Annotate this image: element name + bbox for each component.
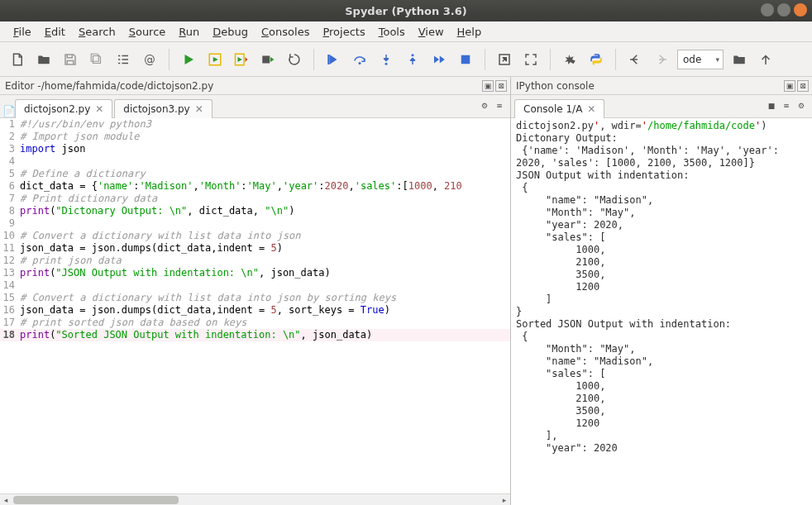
svg-point-5 [359, 62, 361, 64]
editor-tab[interactable]: dictojson2.py✕ [15, 99, 112, 118]
pane-close-icon[interactable]: ⊠ [495, 80, 507, 92]
working-dir-combo[interactable]: ode [677, 50, 724, 69]
run-cell-advance-button[interactable] [231, 49, 252, 70]
code-line[interactable]: 11json_data = json.dumps(dict_data,inden… [0, 242, 510, 255]
console-options-icon[interactable]: ≡ [781, 100, 792, 112]
console-gear-icon[interactable]: ⚙ [795, 100, 807, 112]
menu-debug[interactable]: Debug [208, 24, 253, 40]
at-icon[interactable]: @ [139, 49, 160, 70]
code-editor[interactable]: 1#!/usr/bin/env python32# Import json mo… [0, 118, 510, 493]
maximize-button[interactable] [777, 3, 791, 17]
editor-tab[interactable]: dictojson3.py✕ [114, 99, 212, 118]
run-button[interactable] [178, 49, 199, 70]
console-line: 1200 [516, 417, 807, 430]
minimize-button[interactable] [761, 3, 774, 17]
menu-help[interactable]: Help [452, 24, 487, 40]
run-selection-button[interactable] [257, 49, 279, 70]
console-line: Dictonary Output: [516, 132, 807, 145]
continue-button[interactable] [428, 49, 450, 70]
menu-projects[interactable]: Projects [318, 24, 370, 40]
line-number: 13 [0, 267, 20, 279]
code-line[interactable]: 18print("Sorted JSON Output with indenta… [0, 329, 510, 341]
menu-consoles[interactable]: Consoles [256, 24, 314, 40]
console-line: Sorted JSON Output with indentation: [516, 318, 807, 331]
preferences-button[interactable] [559, 49, 580, 70]
line-number: 1 [0, 118, 20, 131]
code-line[interactable]: 5# Define a dictionary [0, 168, 510, 180]
menu-view[interactable]: View [413, 24, 449, 40]
code-line[interactable]: 6dict_data = {'name':'Madison','Month':'… [0, 180, 510, 193]
step-out-button[interactable] [402, 49, 423, 70]
line-number: 8 [0, 205, 20, 217]
python-path-button[interactable] [585, 49, 607, 70]
run-cell-button[interactable] [204, 49, 226, 70]
forward-button[interactable] [651, 49, 672, 70]
save-button[interactable] [60, 49, 81, 70]
menu-run[interactable]: Run [174, 24, 204, 40]
scroll-left-icon[interactable]: ◂ [0, 494, 12, 505]
new-file-button[interactable] [7, 49, 28, 70]
line-number: 5 [0, 168, 20, 180]
stop-debug-button[interactable] [455, 49, 476, 70]
file-browser-icon[interactable]: 📄 [3, 105, 15, 117]
console-line: ], [516, 430, 807, 442]
main-area: Editor - /home/fahmida/code/dictojson2.p… [0, 77, 812, 505]
editor-pane: Editor - /home/fahmida/code/dictojson2.p… [0, 77, 511, 505]
tab-options-icon[interactable]: ⚙ [479, 100, 490, 112]
menu-tools[interactable]: Tools [374, 24, 410, 40]
close-tab-icon[interactable]: ✕ [587, 103, 595, 115]
code-line[interactable]: 9 [0, 217, 510, 230]
console-line: 3500, [516, 269, 807, 281]
editor-scrollbar-h[interactable]: ◂ ▸ [0, 493, 510, 505]
code-line[interactable]: 3import json [0, 143, 510, 155]
line-number: 4 [0, 155, 20, 168]
close-tab-icon[interactable]: ✕ [95, 103, 103, 115]
console-line: 2020, 'sales': [1000, 2100, 3500, 1200]} [516, 157, 807, 169]
parent-dir-button[interactable] [755, 49, 776, 70]
rerun-button[interactable] [284, 49, 305, 70]
code-line[interactable]: 12# print json data [0, 255, 510, 267]
stop-kernel-icon[interactable]: ■ [766, 100, 777, 112]
back-button[interactable] [624, 49, 646, 70]
toolbar: @ ode [0, 42, 812, 77]
close-window-button[interactable] [794, 3, 807, 17]
code-line[interactable]: 2# Import json module [0, 131, 510, 143]
menu-source[interactable]: Source [124, 24, 171, 40]
code-line[interactable]: 7# Print dictionary data [0, 193, 510, 205]
step-into-button[interactable] [375, 49, 397, 70]
open-file-button[interactable] [33, 49, 55, 70]
svg-point-6 [385, 62, 388, 64]
menu-search[interactable]: Search [74, 24, 121, 40]
step-over-button[interactable] [349, 49, 370, 70]
code-line[interactable]: 1#!/usr/bin/env python3 [0, 118, 510, 131]
pane-options-icon[interactable]: ▣ [482, 80, 494, 92]
ipython-console[interactable]: dictojson2.py', wdir='/home/fahmida/code… [511, 118, 812, 505]
code-line[interactable]: 10# Convert a dictionary with list data … [0, 230, 510, 242]
outline-button[interactable] [112, 49, 134, 70]
browse-dir-button[interactable] [728, 49, 750, 70]
scroll-right-icon[interactable]: ▸ [499, 494, 510, 505]
menu-edit[interactable]: Edit [40, 24, 70, 40]
code-line[interactable]: 4 [0, 155, 510, 168]
code-line[interactable]: 14 [0, 279, 510, 292]
fullscreen-button[interactable] [520, 49, 542, 70]
console-line: "Month": "May", [516, 207, 807, 219]
menu-file[interactable]: File [8, 24, 36, 40]
line-number: 2 [0, 131, 20, 143]
pane-close-icon[interactable]: ⊠ [797, 80, 809, 92]
code-line[interactable]: 16json_data = json.dumps(dict_data,inden… [0, 304, 510, 317]
debug-button[interactable] [322, 49, 344, 70]
code-line[interactable]: 15# Convert a dictionary with list data … [0, 292, 510, 304]
line-number: 11 [0, 242, 20, 255]
maximize-pane-button[interactable] [494, 49, 515, 70]
pane-options-icon[interactable]: ▣ [784, 80, 795, 92]
scroll-thumb[interactable] [13, 496, 179, 504]
code-line[interactable]: 13print("JSON Output with indentation: \… [0, 267, 510, 279]
save-all-button[interactable] [86, 49, 107, 70]
console-tab[interactable]: Console 1/A ✕ [514, 99, 604, 118]
code-line[interactable]: 8print("Dictonary Output: \n", dict_data… [0, 205, 510, 217]
tab-menu-icon[interactable]: ≡ [494, 100, 505, 112]
close-tab-icon[interactable]: ✕ [195, 103, 203, 115]
code-line[interactable]: 17# print sorted json data based on keys [0, 317, 510, 329]
console-tab-label: Console 1/A [523, 103, 582, 115]
